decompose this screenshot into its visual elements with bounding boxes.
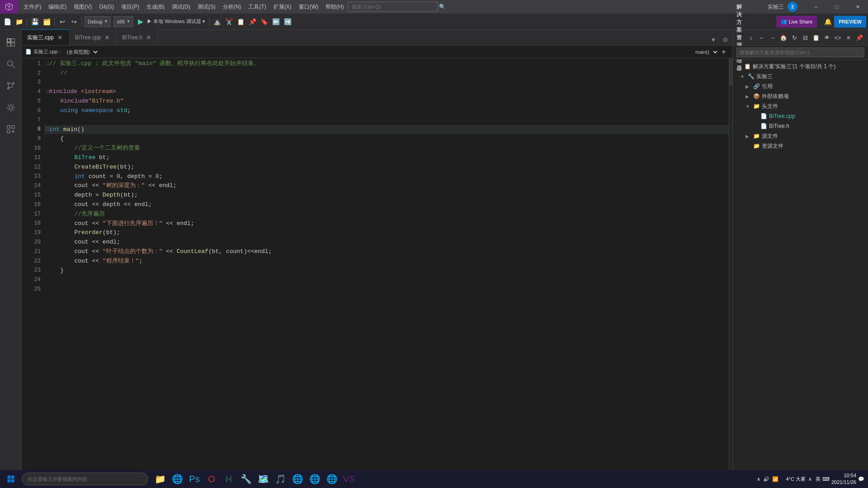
se-sync-button[interactable]: ↕: [746, 33, 756, 42]
undo-button[interactable]: ↩: [57, 16, 68, 27]
taskbar-photoshop[interactable]: Ps: [186, 471, 203, 487]
code-content[interactable]: □ // 实验三.cpp : 此文件包含 "main" 函数。程序执行将在此处开…: [44, 58, 729, 478]
notification-center-icon[interactable]: 💬: [858, 476, 864, 482]
redo-button[interactable]: ↪: [69, 16, 80, 27]
function-dropdown[interactable]: main(): [692, 49, 719, 55]
tb-icon-3[interactable]: 📋: [236, 16, 246, 27]
fold-icon-1[interactable]: □: [46, 60, 49, 68]
taskbar-app7[interactable]: 🗺️: [255, 471, 271, 487]
code-line-7[interactable]: [44, 116, 729, 125]
new-project-button[interactable]: 📄: [2, 16, 13, 27]
scope-dropdown[interactable]: (全局范围): [63, 49, 99, 55]
se-preview-button[interactable]: 👁: [822, 33, 832, 42]
minimap-thumb[interactable]: [729, 58, 732, 85]
tb-icon-6[interactable]: ⬅️: [271, 16, 282, 27]
volume-icon[interactable]: 📶: [772, 476, 778, 482]
code-line-17[interactable]: //先序遍历: [44, 210, 729, 219]
menu-file[interactable]: 文件(F): [20, 0, 45, 14]
activity-git[interactable]: [0, 75, 22, 97]
fold-icon-4[interactable]: □: [46, 88, 49, 96]
tree-solution-root[interactable]: ▼ 📋 解决方案'实验三'(1 个项目/共 1 个): [733, 61, 868, 71]
code-line-1[interactable]: □ // 实验三.cpp : 此文件包含 "main" 函数。程序执行将在此处开…: [44, 59, 729, 69]
code-line-25[interactable]: [44, 285, 729, 294]
code-line-5[interactable]: #include "BiTree.h": [44, 97, 729, 106]
fold-icon-8[interactable]: □: [46, 126, 49, 134]
se-home-button[interactable]: 🏠: [778, 33, 788, 42]
taskbar-file-explorer[interactable]: 📁: [152, 471, 168, 487]
se-filter-button[interactable]: ≡: [844, 33, 854, 42]
menu-extensions[interactable]: 扩展(X): [270, 0, 295, 14]
menu-edit[interactable]: 编辑(E): [45, 0, 70, 14]
network-icon[interactable]: 🔊: [763, 476, 769, 482]
profile-avatar[interactable]: 2: [788, 2, 797, 12]
se-search-input[interactable]: [736, 47, 864, 57]
code-line-24[interactable]: [44, 275, 729, 285]
tab-close-icon[interactable]: ✕: [104, 34, 111, 41]
activity-search[interactable]: [0, 53, 22, 75]
taskbar-office[interactable]: O: [203, 471, 220, 487]
taskbar-app8[interactable]: 🎵: [272, 471, 288, 487]
code-line-21[interactable]: cout << "叶子结点的个数为：" << CountLeaf (bt, co…: [44, 247, 729, 257]
global-search-input[interactable]: [348, 2, 438, 12]
se-refresh-button[interactable]: ↻: [789, 33, 799, 42]
se-back-button[interactable]: ←: [757, 33, 767, 42]
tb-icon-5[interactable]: 🔖: [259, 16, 270, 27]
keyboard-icon[interactable]: ⌨: [822, 476, 830, 482]
se-pin-button[interactable]: 📌: [854, 33, 864, 42]
tree-bitree-h[interactable]: 📄 BiTree.h: [733, 121, 868, 131]
tree-header-files[interactable]: ▼ 📁 头文件: [733, 101, 868, 111]
activity-extensions[interactable]: [0, 118, 22, 140]
taskbar-excel[interactable]: H: [221, 471, 237, 487]
code-line-16[interactable]: cout << depth << endl;: [44, 200, 729, 210]
code-line-2[interactable]: //: [44, 69, 729, 78]
lang-label[interactable]: 英: [816, 476, 821, 483]
up-arrow-icon[interactable]: ∧: [757, 476, 760, 482]
menu-project[interactable]: 项目(P): [118, 0, 143, 14]
menu-test[interactable]: 测试(S): [194, 0, 219, 14]
tab-bitree-h[interactable]: BiTree.h ✕: [117, 29, 158, 45]
code-line-14[interactable]: cout << "树的深度为：" << endl;: [44, 181, 729, 191]
taskbar-vs[interactable]: VS: [341, 471, 357, 487]
clock[interactable]: 10:54 2021/11/26: [831, 472, 856, 486]
code-line-11[interactable]: BiTree bt;: [44, 153, 729, 163]
code-line-23[interactable]: }: [44, 266, 729, 276]
code-line-10[interactable]: //定义一个二叉树的变量: [44, 144, 729, 153]
tab-main-cpp[interactable]: 实验三.cpp ✕: [22, 29, 70, 45]
menu-debug[interactable]: 调试(D): [168, 0, 194, 14]
code-line-19[interactable]: Preorder (bt);: [44, 228, 729, 238]
tab-list-button[interactable]: ▼: [708, 34, 719, 45]
menu-analyze[interactable]: 分析(N): [219, 0, 245, 14]
tb-icon-7[interactable]: ➡️: [283, 16, 293, 27]
code-line-4[interactable]: □ #include <iostream>: [44, 87, 729, 97]
maximize-button[interactable]: □: [826, 0, 847, 14]
tab-close-icon[interactable]: ✕: [57, 34, 64, 41]
search-icon[interactable]: 🔍: [439, 4, 446, 10]
menu-git[interactable]: Git(G): [95, 0, 118, 14]
menu-help[interactable]: 帮助(H): [322, 0, 348, 14]
tab-bitree-cpp[interactable]: BiTree.cpp ✕: [70, 29, 117, 45]
taskbar-search[interactable]: [22, 473, 148, 485]
code-line-13[interactable]: int count = 0 , depth = 0 ;: [44, 172, 729, 182]
menu-build[interactable]: 生成(B): [143, 0, 168, 14]
start-button[interactable]: [0, 470, 22, 488]
taskbar-app6[interactable]: 🔧: [238, 471, 254, 487]
minimize-button[interactable]: ─: [806, 0, 826, 14]
code-line-18[interactable]: cout << "下面进行先序遍历！" << endl;: [44, 219, 729, 229]
live-share-button[interactable]: 👥 Live Share: [776, 16, 817, 28]
tree-resource-files[interactable]: 📁 资源文件: [733, 141, 868, 151]
tb-icon-2[interactable]: ✂️: [224, 16, 235, 27]
tab-close-icon[interactable]: ✕: [145, 34, 152, 41]
code-line-3[interactable]: [44, 78, 729, 88]
taskbar-browser3[interactable]: 🌐: [324, 471, 340, 487]
code-line-8[interactable]: □ int main (): [44, 125, 729, 135]
menu-tools[interactable]: 工具(T): [245, 0, 269, 14]
activity-debug[interactable]: [0, 97, 22, 118]
debug-config-dropdown[interactable]: Debug ▼: [85, 16, 111, 27]
taskbar-browser2[interactable]: 🌐: [307, 471, 323, 487]
taskbar-browser1[interactable]: 🌐: [289, 471, 306, 487]
close-button[interactable]: ✕: [847, 0, 868, 14]
activity-explorer[interactable]: [0, 32, 22, 53]
minimap[interactable]: [729, 58, 732, 478]
tb-icon-4[interactable]: 📌: [247, 16, 258, 27]
menu-view[interactable]: 视图(V): [70, 0, 95, 14]
